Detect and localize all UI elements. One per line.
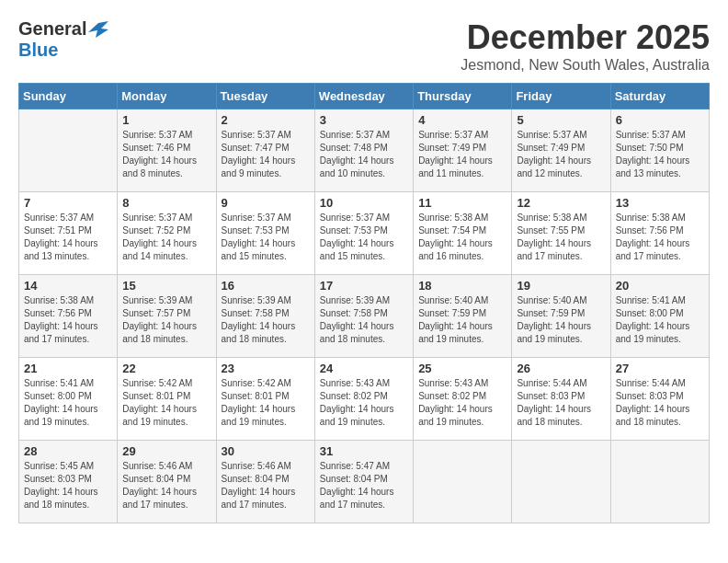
calendar-cell: 26Sunrise: 5:44 AMSunset: 8:03 PMDayligh… [512, 358, 610, 441]
bird-icon [88, 21, 108, 38]
day-info: Sunrise: 5:41 AMSunset: 8:00 PMDaylight:… [616, 294, 704, 346]
calendar-cell: 16Sunrise: 5:39 AMSunset: 7:58 PMDayligh… [216, 275, 314, 358]
calendar-header-row: SundayMondayTuesdayWednesdayThursdayFrid… [19, 84, 710, 109]
calendar-cell [610, 441, 709, 523]
day-info: Sunrise: 5:37 AMSunset: 7:52 PMDaylight:… [122, 212, 210, 263]
calendar-cell: 15Sunrise: 5:39 AMSunset: 7:57 PMDayligh… [118, 275, 216, 358]
day-header-friday: Friday [512, 84, 610, 109]
calendar-week-3: 14Sunrise: 5:38 AMSunset: 7:56 PMDayligh… [19, 275, 710, 358]
day-info: Sunrise: 5:37 AMSunset: 7:53 PMDaylight:… [222, 212, 310, 263]
calendar-cell: 24Sunrise: 5:43 AMSunset: 8:02 PMDayligh… [314, 358, 413, 441]
day-info: Sunrise: 5:37 AMSunset: 7:48 PMDaylight:… [320, 129, 408, 180]
day-info: Sunrise: 5:43 AMSunset: 8:02 PMDaylight:… [320, 377, 408, 429]
day-info: Sunrise: 5:46 AMSunset: 8:04 PMDaylight:… [122, 460, 210, 511]
day-info: Sunrise: 5:40 AMSunset: 7:59 PMDaylight:… [418, 294, 506, 346]
day-number: 23 [222, 362, 310, 375]
calendar-cell: 3Sunrise: 5:37 AMSunset: 7:48 PMDaylight… [314, 109, 413, 192]
calendar-week-2: 7Sunrise: 5:37 AMSunset: 7:51 PMDaylight… [19, 192, 710, 275]
day-number: 9 [222, 196, 310, 210]
day-number: 20 [616, 279, 704, 293]
day-number: 3 [320, 113, 408, 127]
calendar-cell: 9Sunrise: 5:37 AMSunset: 7:53 PMDaylight… [216, 192, 314, 275]
day-number: 18 [418, 279, 506, 293]
day-number: 15 [122, 279, 210, 293]
day-info: Sunrise: 5:37 AMSunset: 7:50 PMDaylight:… [616, 129, 704, 180]
header: General Blue December 2025 Jesmond, New … [18, 18, 710, 74]
day-number: 26 [517, 362, 605, 375]
calendar-cell: 12Sunrise: 5:38 AMSunset: 7:55 PMDayligh… [512, 192, 610, 275]
calendar-cell: 13Sunrise: 5:38 AMSunset: 7:56 PMDayligh… [610, 192, 709, 275]
day-number: 14 [24, 279, 112, 293]
calendar-table: SundayMondayTuesdayWednesdayThursdayFrid… [18, 83, 710, 523]
day-number: 31 [320, 444, 408, 458]
calendar-cell: 7Sunrise: 5:37 AMSunset: 7:51 PMDaylight… [19, 192, 118, 275]
day-header-tuesday: Tuesday [216, 84, 314, 109]
logo-general: General [18, 18, 86, 40]
day-number: 22 [122, 362, 210, 375]
day-info: Sunrise: 5:38 AMSunset: 7:54 PMDaylight:… [418, 212, 506, 263]
day-header-saturday: Saturday [610, 84, 709, 109]
svg-marker-0 [88, 21, 108, 38]
calendar-cell: 2Sunrise: 5:37 AMSunset: 7:47 PMDaylight… [216, 109, 314, 192]
calendar-cell: 21Sunrise: 5:41 AMSunset: 8:00 PMDayligh… [19, 358, 118, 441]
day-header-thursday: Thursday [414, 84, 512, 109]
day-number: 1 [122, 113, 210, 127]
month-title: December 2025 [461, 18, 710, 57]
day-number: 7 [24, 196, 112, 210]
day-header-monday: Monday [118, 84, 216, 109]
day-info: Sunrise: 5:37 AMSunset: 7:49 PMDaylight:… [517, 129, 605, 180]
day-info: Sunrise: 5:37 AMSunset: 7:47 PMDaylight:… [222, 129, 310, 180]
day-info: Sunrise: 5:37 AMSunset: 7:49 PMDaylight:… [418, 129, 506, 180]
calendar-cell: 8Sunrise: 5:37 AMSunset: 7:52 PMDaylight… [118, 192, 216, 275]
day-header-wednesday: Wednesday [314, 84, 413, 109]
day-number: 19 [517, 279, 605, 293]
day-info: Sunrise: 5:41 AMSunset: 8:00 PMDaylight:… [24, 377, 112, 429]
day-info: Sunrise: 5:38 AMSunset: 7:56 PMDaylight:… [616, 212, 704, 263]
day-info: Sunrise: 5:43 AMSunset: 8:02 PMDaylight:… [418, 377, 506, 429]
calendar-cell [512, 441, 610, 523]
calendar-cell: 6Sunrise: 5:37 AMSunset: 7:50 PMDaylight… [610, 109, 709, 192]
day-number: 10 [320, 196, 408, 210]
calendar-cell: 5Sunrise: 5:37 AMSunset: 7:49 PMDaylight… [512, 109, 610, 192]
calendar-cell: 10Sunrise: 5:37 AMSunset: 7:53 PMDayligh… [314, 192, 413, 275]
day-info: Sunrise: 5:44 AMSunset: 8:03 PMDaylight:… [616, 377, 704, 429]
day-info: Sunrise: 5:39 AMSunset: 7:58 PMDaylight:… [222, 294, 310, 346]
calendar-cell: 20Sunrise: 5:41 AMSunset: 8:00 PMDayligh… [610, 275, 709, 358]
day-number: 16 [222, 279, 310, 293]
calendar-cell: 18Sunrise: 5:40 AMSunset: 7:59 PMDayligh… [414, 275, 512, 358]
calendar-cell: 30Sunrise: 5:46 AMSunset: 8:04 PMDayligh… [216, 441, 314, 523]
calendar-cell: 4Sunrise: 5:37 AMSunset: 7:49 PMDaylight… [414, 109, 512, 192]
day-number: 25 [418, 362, 506, 375]
day-info: Sunrise: 5:39 AMSunset: 7:58 PMDaylight:… [320, 294, 408, 346]
day-info: Sunrise: 5:47 AMSunset: 8:04 PMDaylight:… [320, 460, 408, 511]
day-number: 12 [517, 196, 605, 210]
calendar-cell: 19Sunrise: 5:40 AMSunset: 7:59 PMDayligh… [512, 275, 610, 358]
day-info: Sunrise: 5:37 AMSunset: 7:46 PMDaylight:… [122, 129, 210, 180]
calendar-body: 1Sunrise: 5:37 AMSunset: 7:46 PMDaylight… [19, 109, 710, 523]
calendar-cell [414, 441, 512, 523]
title-area: December 2025 Jesmond, New South Wales, … [461, 18, 710, 74]
calendar-cell: 22Sunrise: 5:42 AMSunset: 8:01 PMDayligh… [118, 358, 216, 441]
day-info: Sunrise: 5:44 AMSunset: 8:03 PMDaylight:… [517, 377, 605, 429]
calendar-cell: 14Sunrise: 5:38 AMSunset: 7:56 PMDayligh… [19, 275, 118, 358]
day-number: 4 [418, 113, 506, 127]
day-info: Sunrise: 5:42 AMSunset: 8:01 PMDaylight:… [122, 377, 210, 429]
day-info: Sunrise: 5:37 AMSunset: 7:53 PMDaylight:… [320, 212, 408, 263]
day-number: 29 [122, 444, 210, 458]
calendar-cell: 11Sunrise: 5:38 AMSunset: 7:54 PMDayligh… [414, 192, 512, 275]
day-header-sunday: Sunday [19, 84, 118, 109]
calendar-week-5: 28Sunrise: 5:45 AMSunset: 8:03 PMDayligh… [19, 441, 710, 523]
calendar-week-1: 1Sunrise: 5:37 AMSunset: 7:46 PMDaylight… [19, 109, 710, 192]
day-info: Sunrise: 5:39 AMSunset: 7:57 PMDaylight:… [122, 294, 210, 346]
day-number: 5 [517, 113, 605, 127]
calendar-cell: 25Sunrise: 5:43 AMSunset: 8:02 PMDayligh… [414, 358, 512, 441]
day-number: 17 [320, 279, 408, 293]
calendar-cell: 27Sunrise: 5:44 AMSunset: 8:03 PMDayligh… [610, 358, 709, 441]
calendar-cell: 17Sunrise: 5:39 AMSunset: 7:58 PMDayligh… [314, 275, 413, 358]
calendar-cell: 29Sunrise: 5:46 AMSunset: 8:04 PMDayligh… [118, 441, 216, 523]
day-number: 28 [24, 444, 112, 458]
day-number: 30 [222, 444, 310, 458]
day-info: Sunrise: 5:37 AMSunset: 7:51 PMDaylight:… [24, 212, 112, 263]
calendar-cell [19, 109, 118, 192]
day-info: Sunrise: 5:38 AMSunset: 7:55 PMDaylight:… [517, 212, 605, 263]
